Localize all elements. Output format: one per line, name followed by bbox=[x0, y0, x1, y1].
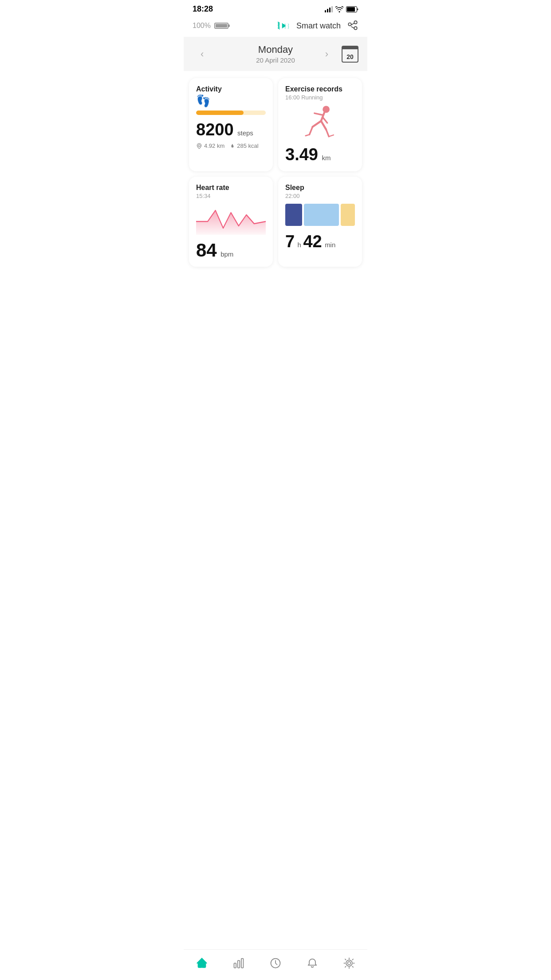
battery-percent-row: 100% bbox=[193, 22, 228, 30]
signal-icon bbox=[325, 6, 333, 12]
sleep-subtitle: 22:00 bbox=[285, 193, 355, 199]
light-sleep-bar bbox=[304, 204, 339, 226]
svg-line-13 bbox=[305, 134, 309, 136]
footprint-icon: 👣 bbox=[196, 94, 266, 108]
sleep-card[interactable]: Sleep 22:00 7 h 42 min bbox=[278, 177, 362, 267]
exercise-title: Exercise records bbox=[285, 85, 355, 93]
svg-line-7 bbox=[314, 113, 323, 115]
exercise-dist-value: 3.49 bbox=[285, 145, 318, 164]
distance-value: 4.92 km bbox=[204, 142, 224, 149]
wifi-icon bbox=[335, 6, 343, 12]
calories-stat: 285 kcal bbox=[230, 142, 258, 149]
calendar-day: 20 bbox=[346, 53, 354, 60]
svg-line-14 bbox=[329, 135, 334, 137]
deep-sleep-bar bbox=[285, 204, 302, 226]
exercise-card[interactable]: Exercise records 16:00 Running bbox=[278, 78, 362, 171]
svg-point-4 bbox=[198, 144, 201, 146]
svg-line-12 bbox=[326, 130, 329, 137]
steps-value: 8200 bbox=[196, 120, 234, 139]
exercise-distance-row: 3.49 km bbox=[285, 145, 355, 164]
svg-point-5 bbox=[323, 106, 330, 113]
battery-full-icon bbox=[214, 23, 228, 29]
distance-stat: 4.92 km bbox=[196, 142, 224, 149]
heart-rate-subtitle: 15:34 bbox=[196, 193, 266, 199]
prev-day-button[interactable]: ‹ bbox=[197, 45, 207, 63]
status-time: 18:28 bbox=[193, 4, 213, 14]
date-center: Monday 20 April 2020 bbox=[256, 44, 295, 64]
sleep-minutes-value: 42 bbox=[303, 232, 322, 251]
battery-icon bbox=[346, 6, 358, 12]
sleep-hours-value: 7 bbox=[285, 232, 295, 251]
sleep-title: Sleep bbox=[285, 184, 355, 192]
device-name-group: ⦚ ⧘⧘ Smart watch bbox=[277, 20, 358, 32]
flame-icon bbox=[230, 143, 235, 149]
exercise-subtitle: 16:00 Running bbox=[285, 94, 355, 101]
next-day-button[interactable]: › bbox=[322, 45, 332, 63]
cards-grid: Activity 👣 8200 steps 4.92 km 285 kcal bbox=[184, 71, 367, 274]
full-date: 20 April 2020 bbox=[256, 56, 295, 64]
sleep-chart bbox=[285, 204, 355, 226]
day-name: Monday bbox=[256, 44, 295, 55]
svg-text:⦚: ⦚ bbox=[277, 21, 281, 30]
activity-progress-fill bbox=[196, 111, 244, 115]
activity-stats: 4.92 km 285 kcal bbox=[196, 142, 266, 149]
activity-progress bbox=[196, 111, 266, 115]
activity-title: Activity bbox=[196, 85, 266, 93]
exercise-dist-unit: km bbox=[322, 154, 331, 162]
svg-line-10 bbox=[321, 121, 326, 130]
steps-unit: steps bbox=[237, 129, 253, 137]
status-bar: 18:28 bbox=[184, 0, 367, 16]
activity-card[interactable]: Activity 👣 8200 steps 4.92 km 285 kcal bbox=[189, 78, 273, 171]
sleep-value-row: 7 h 42 min bbox=[285, 232, 355, 251]
heart-rate-value-row: 84 bpm bbox=[196, 241, 266, 260]
rem-sleep-bar bbox=[341, 204, 355, 226]
heart-rate-svg bbox=[196, 204, 266, 235]
sleep-h-label: h bbox=[298, 241, 301, 249]
heart-rate-chart bbox=[196, 204, 266, 235]
device-name-text: Smart watch bbox=[296, 21, 341, 31]
svg-line-11 bbox=[309, 127, 312, 135]
runner-icon bbox=[305, 105, 336, 141]
calories-value: 285 kcal bbox=[237, 142, 258, 149]
bluetooth-wave-icon: ⦚ ⧘⧘ bbox=[277, 20, 293, 31]
location-icon bbox=[196, 143, 202, 149]
sleep-min-label: min bbox=[325, 241, 335, 249]
status-icons bbox=[325, 6, 358, 12]
device-row: 100% ⦚ ⧘⧘ Smart watch bbox=[184, 16, 367, 37]
calendar-icon[interactable]: 20 bbox=[342, 46, 358, 63]
svg-rect-1 bbox=[347, 7, 355, 12]
steps-row: 8200 steps bbox=[196, 121, 266, 138]
heart-rate-value: 84 bbox=[196, 240, 217, 261]
date-navigation: ‹ Monday 20 April 2020 › 20 bbox=[184, 37, 367, 71]
battery-percent-text: 100% bbox=[193, 22, 211, 30]
svg-line-8 bbox=[323, 117, 327, 123]
heart-rate-card[interactable]: Heart rate 15:34 84 bpm bbox=[189, 177, 273, 267]
svg-line-9 bbox=[312, 121, 321, 127]
runner-figure bbox=[285, 105, 355, 141]
share-icon[interactable] bbox=[347, 20, 358, 32]
heart-rate-unit: bpm bbox=[220, 250, 233, 258]
heart-rate-title: Heart rate bbox=[196, 184, 266, 192]
svg-text:⧘⧘: ⧘⧘ bbox=[284, 23, 290, 30]
